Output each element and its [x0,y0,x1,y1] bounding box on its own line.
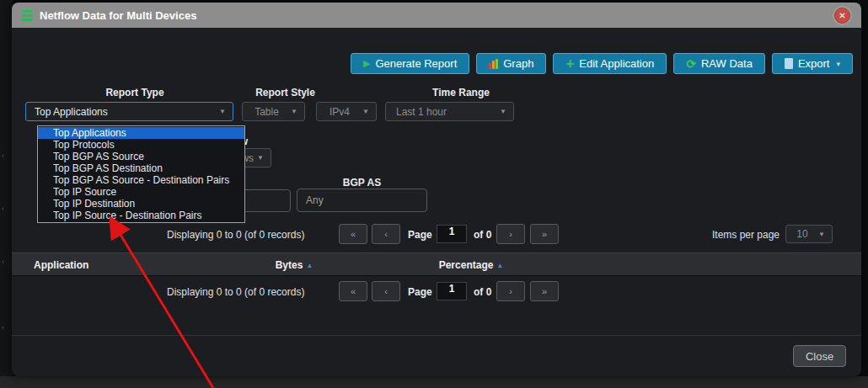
graph-label: Graph [503,57,533,70]
page-number-input[interactable]: 1 [437,225,467,243]
items-per-page-value: 10 [786,228,818,240]
page: ‹ ‹ ‹ ‹ ‹ Netflow Data for Multi Devices… [0,0,868,388]
last-page-button[interactable]: » [530,281,559,301]
bgp-as-label: BGP AS [297,177,427,189]
background-bottom [0,376,868,388]
next-page-button[interactable]: › [496,281,525,301]
report-type-dropdown: Top Applications Top Protocols Top BGP A… [37,125,245,223]
raw-data-button[interactable]: ⟳ RAW Data [673,53,765,74]
column-label: Application [34,259,88,271]
column-header-percentage[interactable]: Percentage▲ [399,259,543,271]
report-type-label: Report Type [25,87,244,98]
time-range-value: Last 1 hour [386,106,500,118]
chevron-icon: ‹ [2,258,4,266]
sort-asc-icon: ▲ [496,262,503,269]
chevron-icon: ‹ [2,205,4,213]
dropdown-option-top-bgp-as-source[interactable]: Top BGP AS Source [38,151,244,162]
caret-down-icon: ▼ [818,231,832,238]
netflow-modal: Netflow Data for Multi Devices ✕ ▶ Gener… [12,3,861,376]
plus-icon: + [565,56,574,71]
prev-page-button[interactable]: ‹ [372,281,400,301]
sort-asc-icon: ▲ [306,262,313,269]
items-per-page-select[interactable]: 10 ▼ [785,225,833,243]
report-style-value: Table [243,106,291,118]
report-type-value: Top Applications [26,106,219,118]
table-header: Application Bytes▲ Percentage▲ [12,252,861,276]
column-label: Percentage [439,259,494,271]
first-page-button[interactable]: « [339,224,367,244]
generate-report-button[interactable]: ▶ Generate Report [351,53,469,74]
refresh-icon: ⟳ [686,57,696,71]
column-label: Bytes [276,259,303,271]
last-page-button[interactable]: » [530,224,559,244]
chevron-icon: ‹ [2,151,4,160]
first-page-button[interactable]: « [339,281,367,301]
export-button[interactable]: Export ▾ [772,53,853,74]
column-header-bytes[interactable]: Bytes▲ [222,259,366,271]
close-button[interactable]: Close [793,345,846,367]
report-style-label: Report Style [242,87,329,98]
toolbar: ▶ Generate Report Graph + Edit Applicati… [351,53,853,74]
ip-version-select[interactable]: IPv4 ▼ [316,102,377,121]
dropdown-option-top-ip-source[interactable]: Top IP Source [38,186,244,198]
caret-down-icon: ▼ [257,154,271,162]
caret-down-icon: ▼ [291,108,304,115]
edit-application-button[interactable]: + Edit Application [553,53,667,74]
next-page-button[interactable]: › [496,224,525,244]
raw-data-label: RAW Data [701,57,753,70]
modal-close-icon[interactable]: ✕ [834,8,850,24]
records-summary: Displaying 0 to 0 (of 0 records) [167,286,304,298]
graph-button[interactable]: Graph [476,53,546,74]
caret-down-icon: ▼ [500,108,513,115]
report-style-select[interactable]: Table ▼ [242,102,305,121]
time-range-label: Time Range [385,87,537,98]
modal-title: Netflow Data for Multi Devices [40,9,196,22]
document-icon [785,58,793,69]
dropdown-option-top-ip-destination[interactable]: Top IP Destination [38,198,244,210]
bgp-as-input[interactable]: Any [297,189,427,212]
background-sidebar: ‹ ‹ ‹ ‹ ‹ [0,0,13,388]
report-type-select[interactable]: Top Applications ▼ [25,102,233,121]
play-icon: ▶ [363,58,370,69]
dropdown-option-top-ip-src-dst-pairs[interactable]: Top IP Source - Destination Pairs [38,210,244,221]
export-label: Export [798,57,830,70]
caret-down-icon: ▼ [362,108,376,115]
dropdown-option-top-bgp-as-src-dst-pairs[interactable]: Top BGP AS Source - Destination Pairs [38,174,244,186]
dropdown-option-top-bgp-as-destination[interactable]: Top BGP AS Destination [38,162,244,174]
bar-chart-icon [489,59,498,69]
netflow-list-icon [21,10,33,21]
column-header-application[interactable]: Application [34,259,88,271]
ip-version-value: IPv4 [317,106,362,118]
page-of-label: of 0 [474,286,491,298]
chevron-icon: ‹ [2,323,4,332]
items-per-page-label: Items per page [712,229,780,241]
page-label: Page [408,229,432,241]
records-summary: Displaying 0 to 0 (of 0 records) [167,229,304,241]
caret-down-icon: ▾ [836,60,840,68]
footer-divider [12,335,861,336]
dropdown-option-top-applications[interactable]: Top Applications [38,127,244,139]
page-number-input[interactable]: 1 [437,282,467,300]
bgp-as-placeholder: Any [306,194,324,206]
modal-titlebar: Netflow Data for Multi Devices [12,3,861,28]
time-range-select[interactable]: Last 1 hour ▼ [385,102,514,121]
prev-page-button[interactable]: ‹ [372,224,400,244]
edit-application-label: Edit Application [579,57,654,70]
caret-down-icon: ▼ [219,108,233,115]
page-of-label: of 0 [474,229,491,241]
page-label: Page [408,286,432,298]
generate-report-label: Generate Report [375,57,457,70]
dropdown-option-top-protocols[interactable]: Top Protocols [38,139,244,151]
